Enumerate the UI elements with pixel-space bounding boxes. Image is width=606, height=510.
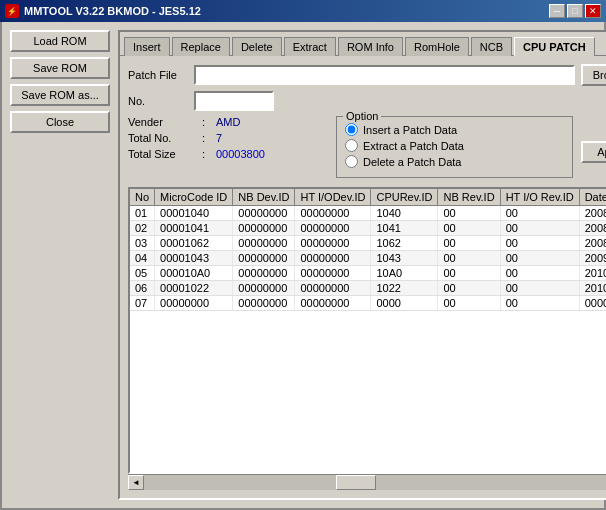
table-cell: 0000	[579, 296, 606, 311]
tab-ncb[interactable]: NCB	[471, 37, 512, 56]
vender-row: Vender : AMD	[128, 116, 328, 128]
table-cell: 00000000	[233, 206, 295, 221]
table-row[interactable]: 06000010220000000000000000102200002010	[130, 281, 606, 296]
table-cell: 2010	[579, 266, 606, 281]
col-no: No	[130, 189, 155, 206]
total-no-value: 7	[216, 132, 222, 144]
table-row[interactable]: 01000010400000000000000000104000002008	[130, 206, 606, 221]
table-cell: 00	[500, 236, 579, 251]
tab-insert[interactable]: Insert	[124, 37, 170, 56]
table-cell: 00000000	[233, 251, 295, 266]
table-cell: 00	[500, 281, 579, 296]
tab-cpu-patch[interactable]: CPU PATCH	[514, 37, 595, 56]
no-label: No.	[128, 95, 188, 107]
browse-button[interactable]: Browse	[581, 64, 606, 86]
table-container: No MicroCode ID NB Dev.ID HT I/ODev.ID C…	[128, 183, 606, 490]
table-cell: 2010	[579, 281, 606, 296]
patch-file-input[interactable]	[194, 65, 575, 85]
table-cell: 00000000	[295, 221, 371, 236]
option-insert-radio[interactable]	[345, 123, 358, 136]
table-row[interactable]: 03000010620000000000000000106200002008	[130, 236, 606, 251]
tab-delete[interactable]: Delete	[232, 37, 282, 56]
col-microcode-id: MicroCode ID	[155, 189, 233, 206]
scroll-left-button[interactable]: ◄	[128, 475, 144, 490]
patch-file-row: Patch File Browse	[128, 64, 606, 86]
total-size-value: 00003800	[216, 148, 265, 160]
window-controls: ─ □ ✕	[549, 4, 601, 18]
table-cell: 02	[130, 221, 155, 236]
table-cell: 00001041	[155, 221, 233, 236]
table-row[interactable]: 02000010410000000000000000104100002008	[130, 221, 606, 236]
minimize-button[interactable]: ─	[549, 4, 565, 18]
option-group: Option Insert a Patch Data Extract a Pat…	[336, 116, 573, 178]
total-size-sep: :	[202, 148, 212, 160]
tab-extract[interactable]: Extract	[284, 37, 336, 56]
table-cell: 1040	[371, 206, 438, 221]
col-date: Date[YYY	[579, 189, 606, 206]
table-cell: 00000000	[233, 281, 295, 296]
table-cell: 1022	[371, 281, 438, 296]
table-area: No MicroCode ID NB Dev.ID HT I/ODev.ID C…	[128, 187, 606, 474]
horizontal-scrollbar[interactable]: ◄ ►	[128, 474, 606, 490]
table-row[interactable]: 07000000000000000000000000000000000000	[130, 296, 606, 311]
table-body: 0100001040000000000000000010400000200802…	[130, 206, 606, 311]
option-extract-radio[interactable]	[345, 139, 358, 152]
maximize-button[interactable]: □	[567, 4, 583, 18]
table-cell: 000010A0	[155, 266, 233, 281]
table-cell: 00000000	[233, 266, 295, 281]
window-title: MMTOOL V3.22 BKMOD - JES5.12	[24, 5, 201, 17]
tab-romhole[interactable]: RomHole	[405, 37, 469, 56]
table-cell: 00	[500, 221, 579, 236]
vender-value: AMD	[216, 116, 240, 128]
table-row[interactable]: 04000010430000000000000000104300002009	[130, 251, 606, 266]
left-info: Vender : AMD Total No. : 7 Total Size : …	[128, 116, 328, 178]
no-input[interactable]	[194, 91, 274, 111]
table-row[interactable]: 05000010A0000000000000000010A000002010	[130, 266, 606, 281]
close-button[interactable]: ✕	[585, 4, 601, 18]
table-cell: 00	[438, 251, 500, 266]
total-no-sep: :	[202, 132, 212, 144]
table-cell: 04	[130, 251, 155, 266]
table-cell: 06	[130, 281, 155, 296]
close-button-side[interactable]: Close	[10, 111, 110, 133]
load-rom-button[interactable]: Load ROM	[10, 30, 110, 52]
apply-button[interactable]: Apply	[581, 141, 606, 163]
table-cell: 00000000	[295, 266, 371, 281]
table-cell: 10A0	[371, 266, 438, 281]
col-nb-dev-id: NB Dev.ID	[233, 189, 295, 206]
scrollbar-thumb[interactable]	[336, 475, 376, 490]
table-cell: 2008	[579, 206, 606, 221]
table-cell: 1062	[371, 236, 438, 251]
left-panel: Load ROM Save ROM Save ROM as... Close	[10, 30, 110, 500]
middle-section: Vender : AMD Total No. : 7 Total Size : …	[128, 116, 606, 178]
table-cell: 00000000	[233, 296, 295, 311]
no-row: No.	[128, 91, 606, 111]
option-extract-row: Extract a Patch Data	[345, 139, 564, 152]
table-cell: 00000000	[295, 296, 371, 311]
title-bar: ⚡ MMTOOL V3.22 BKMOD - JES5.12 ─ □ ✕	[0, 0, 606, 22]
table-scroll[interactable]: No MicroCode ID NB Dev.ID HT I/ODev.ID C…	[130, 189, 606, 311]
table-cell: 00000000	[295, 206, 371, 221]
table-cell: 00000000	[233, 221, 295, 236]
tab-rom-info[interactable]: ROM Info	[338, 37, 403, 56]
tab-bar: Insert Replace Delete Extract ROM Info R…	[120, 32, 606, 55]
table-cell: 00	[500, 266, 579, 281]
option-delete-label: Delete a Patch Data	[363, 156, 461, 168]
table-cell: 00	[438, 221, 500, 236]
save-rom-as-button[interactable]: Save ROM as...	[10, 84, 110, 106]
table-cell: 2008	[579, 221, 606, 236]
table-cell: 1043	[371, 251, 438, 266]
table-cell: 00000000	[233, 236, 295, 251]
right-panel: Insert Replace Delete Extract ROM Info R…	[118, 30, 606, 500]
vender-label: Vender	[128, 116, 198, 128]
total-no-label: Total No.	[128, 132, 198, 144]
table-cell: 00001062	[155, 236, 233, 251]
tab-replace[interactable]: Replace	[172, 37, 230, 56]
option-legend: Option	[343, 110, 381, 122]
app-icon: ⚡	[5, 4, 19, 18]
total-size-row: Total Size : 00003800	[128, 148, 328, 160]
save-rom-button[interactable]: Save ROM	[10, 57, 110, 79]
table-cell: 00001040	[155, 206, 233, 221]
table-cell: 00	[438, 236, 500, 251]
option-delete-radio[interactable]	[345, 155, 358, 168]
